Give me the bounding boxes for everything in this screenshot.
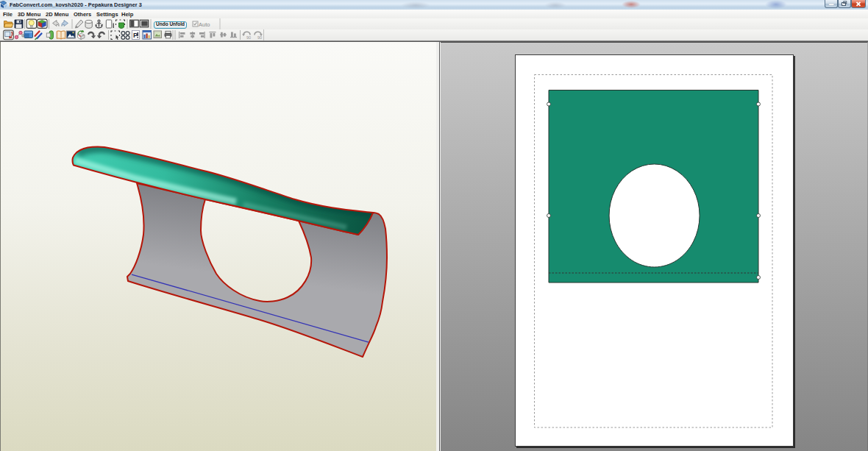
- svg-text:90: 90: [246, 35, 251, 40]
- svg-text:90: 90: [257, 35, 262, 40]
- svg-text:P: P: [133, 32, 138, 39]
